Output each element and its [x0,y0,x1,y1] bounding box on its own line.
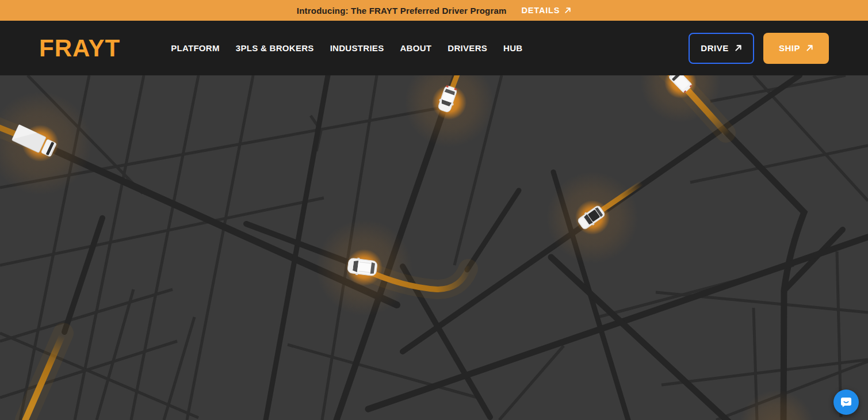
announcement-text: Introducing: The FRAYT Preferred Driver … [297,6,507,16]
drive-button[interactable]: DRIVE [689,33,754,64]
ship-button-label: SHIP [779,43,800,53]
arrow-up-right-icon [735,44,742,52]
nav-item-about[interactable]: ABOUT [400,43,431,53]
details-link[interactable]: DETAILS [522,6,572,15]
announcement-banner: Introducing: The FRAYT Preferred Driver … [0,0,868,21]
intercom-chat-icon [840,396,852,408]
nav-actions: DRIVE SHIP [689,33,829,64]
main-menu: PLATFORM 3PLS & BROKERS INDUSTRIES ABOUT… [171,43,522,53]
details-link-label: DETAILS [522,6,560,15]
nav-item-hub[interactable]: HUB [503,43,522,53]
arrow-up-right-icon [564,7,571,14]
hero-map [0,75,868,420]
frayt-logo[interactable]: FRAYT [39,36,120,60]
arrow-up-right-icon [806,44,813,52]
nav-item-platform[interactable]: PLATFORM [171,43,220,53]
nav-item-drivers[interactable]: DRIVERS [448,43,487,53]
top-navigation: FRAYT PLATFORM 3PLS & BROKERS INDUSTRIES… [0,21,868,75]
chat-launcher-button[interactable] [833,390,859,415]
nav-item-industries[interactable]: INDUSTRIES [330,43,384,53]
ship-button[interactable]: SHIP [763,33,829,64]
drive-button-label: DRIVE [701,43,728,53]
city-streets-map [0,75,868,420]
nav-item-3pls-brokers[interactable]: 3PLS & BROKERS [236,43,314,53]
